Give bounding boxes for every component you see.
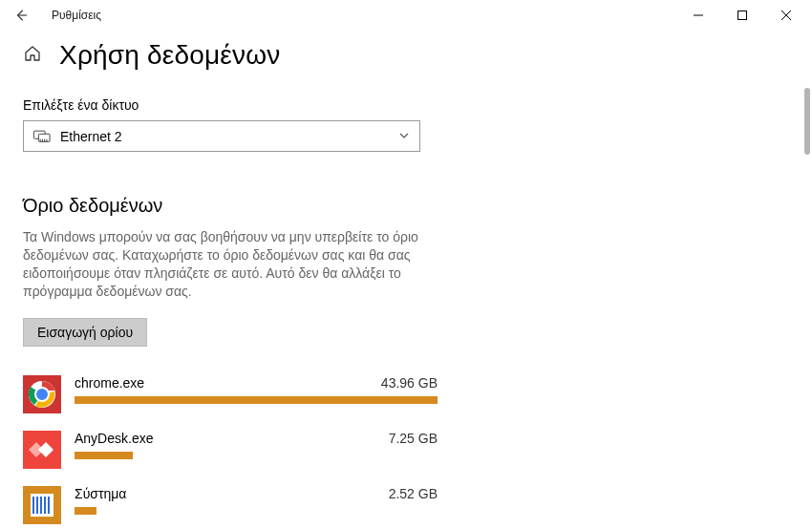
- app-usage-value: 7.25 GB: [389, 431, 438, 446]
- content-area: Χρήση δεδομένων Επιλέξτε ένα δίκτυο Ethe…: [0, 31, 812, 529]
- maximize-button[interactable]: [720, 1, 764, 30]
- usage-bar-track: [75, 396, 438, 404]
- chevron-down-icon: [398, 129, 410, 144]
- data-limit-description: Τα Windows μπορούν να σας βοηθήσουν να μ…: [23, 228, 424, 301]
- usage-bar-track: [75, 507, 438, 515]
- minimize-icon: [694, 11, 703, 20]
- page-header: Χρήση δεδομένων: [23, 40, 789, 71]
- window-controls: [676, 1, 808, 30]
- app-icon: [23, 375, 61, 413]
- app-usage-list: chrome.exe43.96 GBAnyDesk.exe7.25 GBΣύστ…: [23, 375, 789, 524]
- arrow-left-icon: [14, 9, 28, 22]
- back-button[interactable]: [8, 2, 34, 29]
- page-title: Χρήση δεδομένων: [59, 40, 281, 71]
- network-select[interactable]: Ethernet 2: [23, 120, 420, 152]
- app-usage-row: chrome.exe43.96 GB: [23, 375, 789, 413]
- app-name: Σύστημα: [75, 486, 389, 501]
- titlebar: Ρυθμίσεις: [0, 0, 812, 31]
- app-usage-main: chrome.exe43.96 GB: [75, 375, 438, 404]
- scroll-thumb[interactable]: [804, 88, 810, 155]
- app-name: AnyDesk.exe: [75, 431, 389, 446]
- minimize-button[interactable]: [676, 1, 720, 30]
- ethernet-icon: [33, 130, 51, 143]
- window-title: Ρυθμίσεις: [52, 9, 101, 22]
- data-limit-heading: Όριο δεδομένων: [23, 195, 789, 217]
- app-usage-main: AnyDesk.exe7.25 GB: [75, 431, 438, 459]
- app-icon: [23, 431, 61, 469]
- maximize-icon: [737, 11, 747, 20]
- home-icon[interactable]: [23, 44, 42, 67]
- app-usage-value: 2.52 GB: [389, 486, 438, 501]
- svg-rect-2: [738, 11, 747, 20]
- app-usage-row: AnyDesk.exe7.25 GB: [23, 431, 789, 469]
- app-icon: [23, 486, 61, 524]
- close-icon: [781, 11, 791, 20]
- app-usage-value: 43.96 GB: [381, 375, 438, 391]
- usage-bar-fill: [75, 452, 133, 459]
- usage-bar-fill: [75, 396, 438, 404]
- enter-limit-button[interactable]: Εισαγωγή ορίου: [23, 318, 147, 347]
- app-usage-main: Σύστημα2.52 GB: [75, 486, 438, 515]
- app-name: chrome.exe: [75, 375, 381, 391]
- app-usage-row: Σύστημα2.52 GB: [23, 486, 789, 524]
- network-select-value: Ethernet 2: [60, 129, 122, 144]
- usage-bar-track: [75, 452, 438, 459]
- usage-bar-fill: [75, 507, 96, 515]
- vertical-scrollbar[interactable]: [802, 31, 812, 529]
- network-select-label: Επιλέξτε ένα δίκτυο: [23, 97, 789, 113]
- close-button[interactable]: [764, 1, 808, 30]
